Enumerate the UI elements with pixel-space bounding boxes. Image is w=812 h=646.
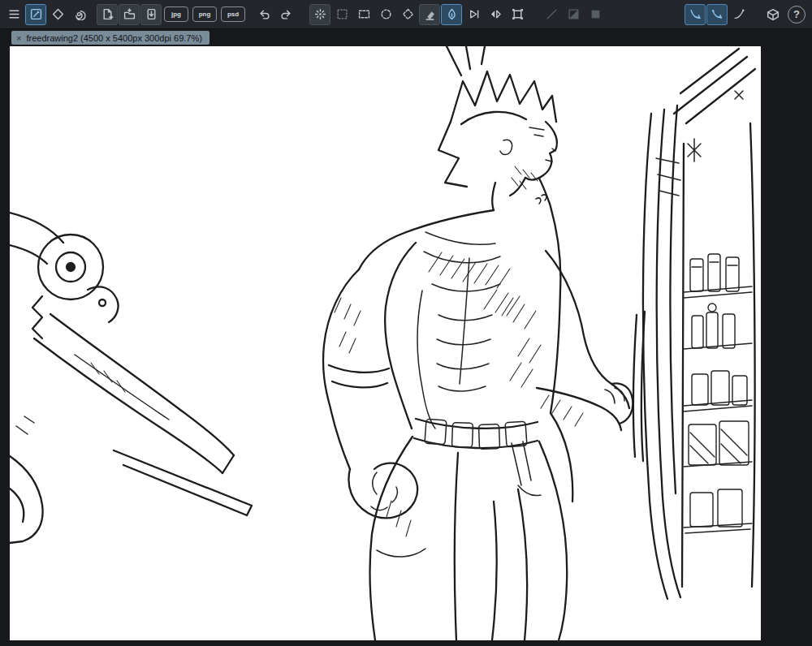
gradient-icon	[568, 8, 580, 20]
snap-curve-button-1[interactable]	[685, 4, 706, 25]
export-button[interactable]	[140, 4, 162, 25]
pencil-square-icon	[30, 8, 42, 20]
new-file-icon	[102, 8, 114, 20]
menu-button[interactable]	[3, 4, 24, 25]
drawing-canvas[interactable]	[10, 46, 761, 640]
export-psd-badge[interactable]: psd	[221, 6, 245, 22]
save-export-icon	[145, 8, 158, 20]
snap-curve-icon	[711, 8, 723, 20]
flip-horizontal-button[interactable]	[485, 4, 506, 25]
help-glyph: ?	[793, 8, 800, 20]
dotted-square-icon	[336, 8, 348, 20]
line-icon	[546, 8, 558, 20]
folder-import-icon	[123, 8, 136, 20]
sketch-drawing	[10, 46, 761, 640]
workspace	[0, 46, 812, 646]
undo-button[interactable]	[253, 4, 274, 25]
marquee-diamond-icon	[402, 8, 414, 20]
lasso-select-button[interactable]	[375, 4, 396, 25]
stabilizer-curve-icon	[733, 8, 745, 20]
pen-nib-icon	[446, 8, 458, 20]
help-button[interactable]: ?	[788, 6, 806, 24]
marquee-rect-icon	[358, 8, 370, 20]
undo-icon	[258, 8, 270, 20]
gradient-tool-button[interactable]	[563, 4, 584, 25]
pen-tool-button[interactable]	[441, 4, 462, 25]
tab-close-icon[interactable]: ×	[16, 33, 21, 43]
import-button[interactable]	[119, 4, 140, 25]
redo-button[interactable]	[275, 4, 296, 25]
cube-view-button[interactable]	[762, 4, 784, 25]
png-label: png	[199, 11, 211, 18]
menu-icon	[8, 8, 20, 20]
shape-tool-button[interactable]	[47, 4, 68, 25]
transform-handles-icon	[512, 8, 524, 20]
new-file-button[interactable]	[97, 4, 118, 25]
document-tab[interactable]: × freedrawing2 (4500 x 5400px 300dpi 69.…	[11, 31, 209, 45]
lasso-icon	[380, 8, 392, 20]
play-direction-button[interactable]	[463, 4, 484, 25]
diamond-icon	[52, 8, 64, 20]
snap-curve-icon	[689, 8, 702, 20]
line-tool-button[interactable]	[541, 4, 562, 25]
draw-mode-button[interactable]	[25, 4, 46, 25]
dim-marquee-button[interactable]	[331, 4, 352, 25]
export-png-badge[interactable]: png	[192, 6, 217, 22]
polygon-select-button[interactable]	[397, 4, 418, 25]
play-bar-icon	[468, 8, 480, 20]
filled-square-icon	[590, 8, 602, 20]
main-toolbar: jpg png psd	[0, 0, 812, 29]
jpg-label: jpg	[171, 11, 181, 18]
eraser-tool-button[interactable]	[419, 4, 440, 25]
cube-icon	[767, 8, 780, 21]
transform-button[interactable]	[507, 4, 528, 25]
eraser-icon	[424, 8, 436, 20]
psd-label: psd	[227, 11, 239, 18]
flip-horizontal-icon	[490, 8, 502, 20]
snap-curve-button-2[interactable]	[706, 4, 728, 25]
spray-icon	[314, 8, 326, 20]
document-tab-bar: × freedrawing2 (4500 x 5400px 300dpi 69.…	[0, 29, 812, 46]
stabilizer-button[interactable]	[728, 4, 749, 25]
spiral-icon	[74, 8, 86, 20]
spiral-tool-button[interactable]	[69, 4, 90, 25]
rect-select-button[interactable]	[353, 4, 374, 25]
fill-tool-button[interactable]	[585, 4, 606, 25]
redo-icon	[280, 8, 292, 20]
export-jpg-badge[interactable]: jpg	[164, 6, 188, 22]
spray-tool-button[interactable]	[309, 4, 330, 25]
tab-title: freedrawing2 (4500 x 5400px 300dpi 69.7%…	[26, 33, 201, 43]
